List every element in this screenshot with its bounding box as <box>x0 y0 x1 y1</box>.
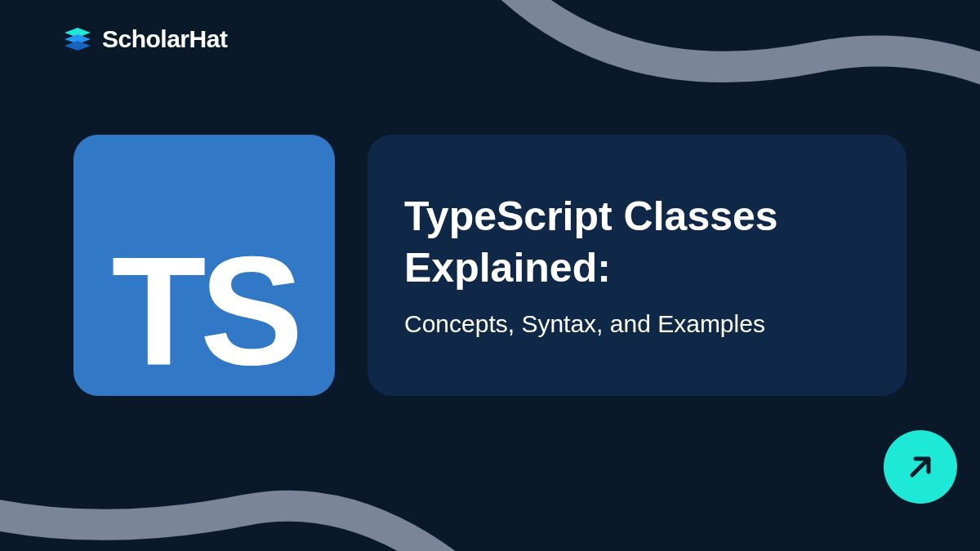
article-title: TypeScript Classes Explained: <box>404 191 870 293</box>
decorative-swoosh-bottom <box>0 437 490 551</box>
scholarhat-icon <box>61 23 94 56</box>
typescript-abbreviation: TS <box>112 233 297 388</box>
brand-logo: ScholarHat <box>61 23 227 56</box>
article-subtitle: Concepts, Syntax, and Examples <box>404 308 870 340</box>
decorative-swoosh-top <box>449 0 980 147</box>
title-card: TypeScript Classes Explained: Concepts, … <box>368 135 906 396</box>
typescript-logo-badge: TS <box>74 135 335 396</box>
arrow-up-right-icon <box>902 449 938 485</box>
brand-name: ScholarHat <box>102 25 227 53</box>
arrow-link-button[interactable] <box>884 430 957 504</box>
